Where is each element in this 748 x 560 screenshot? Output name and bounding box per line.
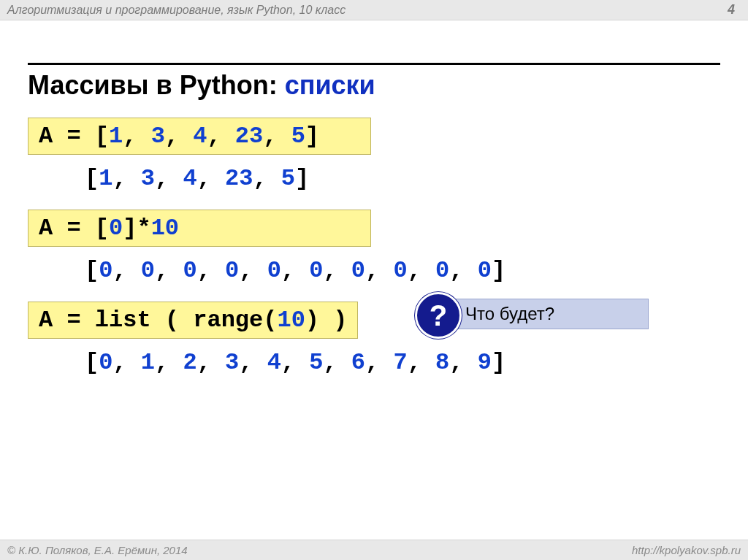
- code-num: 23: [235, 123, 263, 150]
- out-num: 0: [99, 349, 112, 376]
- header-bar: Алгоритмизация и программирование, язык …: [0, 0, 748, 20]
- out-text: ,: [408, 257, 435, 284]
- code-text: ,: [165, 123, 193, 150]
- code-block-2: A = [0]*10: [28, 210, 371, 247]
- code-block-1: A = [1, 3, 4, 23, 5]: [28, 118, 371, 155]
- code-num: 4: [193, 123, 207, 150]
- footer-bar: © К.Ю. Поляков, Е.А. Ерёмин, 2014 http:/…: [0, 540, 748, 560]
- question-icon: ?: [415, 292, 462, 339]
- out-text: ,: [323, 349, 351, 376]
- title-rule: [28, 63, 720, 65]
- content-area: A = [1, 3, 4, 23, 5] [1, 3, 4, 23, 5] A …: [28, 113, 720, 389]
- out-num: 9: [478, 349, 492, 376]
- code-text: A = list ( range(: [39, 307, 277, 334]
- out-text: ,: [197, 349, 225, 376]
- out-text: ,: [112, 257, 140, 284]
- output-3: [0, 1, 2, 3, 4, 5, 6, 7, 8, 9]: [85, 349, 720, 376]
- out-num: 8: [435, 349, 449, 376]
- code-text: ]: [305, 123, 319, 150]
- footer-copyright: © К.Ю. Поляков, Е.А. Ерёмин, 2014: [7, 544, 188, 556]
- out-text: ,: [408, 349, 435, 376]
- out-num: 0: [435, 257, 449, 284]
- out-text: ,: [197, 165, 225, 192]
- out-text: ,: [449, 257, 477, 284]
- out-text: ,: [155, 165, 183, 192]
- out-text: ,: [112, 349, 140, 376]
- out-num: 4: [267, 349, 281, 376]
- out-text: ,: [155, 349, 183, 376]
- code-text: ,: [207, 123, 234, 150]
- out-text: ]: [295, 165, 309, 192]
- out-text: ,: [323, 257, 351, 284]
- code-text: ]*: [123, 215, 150, 242]
- out-text: ,: [239, 257, 267, 284]
- out-text: ,: [253, 165, 280, 192]
- output-1: [1, 3, 4, 23, 5]: [85, 165, 720, 192]
- out-num: 0: [478, 257, 492, 284]
- footer-authors: К.Ю. Поляков, Е.А. Ерёмин, 2014: [18, 544, 187, 556]
- code-num: 1: [109, 123, 123, 150]
- callout-text: Что будет?: [465, 304, 554, 324]
- output-2: [0, 0, 0, 0, 0, 0, 0, 0, 0, 0]: [85, 257, 720, 284]
- out-num: 0: [351, 257, 365, 284]
- out-num: 5: [309, 349, 323, 376]
- out-num: 1: [99, 165, 112, 192]
- out-num: 0: [141, 257, 155, 284]
- out-num: 7: [393, 349, 407, 376]
- out-num: 5: [281, 165, 295, 192]
- out-num: 3: [225, 349, 239, 376]
- heading-accent: списки: [285, 70, 375, 100]
- header-title: Алгоритмизация и программирование, язык …: [7, 4, 346, 17]
- page-number: 4: [728, 2, 741, 18]
- code-text: ) ): [305, 307, 348, 334]
- out-text: ,: [112, 165, 140, 192]
- code-text: ,: [123, 123, 150, 150]
- out-num: 1: [141, 349, 155, 376]
- out-num: 4: [183, 165, 196, 192]
- question-mark: ?: [430, 301, 447, 330]
- code-num: 0: [109, 215, 123, 242]
- out-num: 0: [183, 257, 196, 284]
- footer-url: http://kpolyakov.spb.ru: [632, 544, 741, 556]
- out-text: ,: [281, 349, 309, 376]
- code-text: A = [: [39, 123, 109, 150]
- out-num: 23: [225, 165, 253, 192]
- out-text: ,: [239, 349, 267, 376]
- code-text: A = [: [39, 215, 109, 242]
- out-num: 6: [351, 349, 365, 376]
- code-num: 10: [277, 307, 305, 334]
- out-text: ,: [365, 257, 393, 284]
- out-text: ,: [365, 349, 393, 376]
- out-text: ,: [449, 349, 477, 376]
- out-num: 0: [393, 257, 407, 284]
- out-text: ]: [492, 349, 505, 376]
- out-num: 2: [183, 349, 196, 376]
- callout: Что будет? ?: [415, 296, 649, 330]
- heading-main: Массивы в Python:: [28, 70, 285, 100]
- out-text: ,: [155, 257, 183, 284]
- code-block-3: A = list ( range(10) ): [28, 302, 358, 339]
- callout-box: Что будет?: [432, 299, 649, 329]
- code-num: 5: [291, 123, 305, 150]
- out-text: [: [85, 165, 99, 192]
- out-text: ,: [197, 257, 225, 284]
- code-num: 3: [151, 123, 165, 150]
- code-num: 10: [151, 215, 179, 242]
- out-num: 0: [267, 257, 281, 284]
- out-num: 3: [141, 165, 155, 192]
- out-text: [: [85, 349, 99, 376]
- slide-heading: Массивы в Python: списки: [28, 70, 375, 101]
- out-text: ]: [492, 257, 505, 284]
- out-text: ,: [281, 257, 309, 284]
- slide: Алгоритмизация и программирование, язык …: [0, 0, 748, 560]
- code-text: ,: [263, 123, 291, 150]
- out-num: 0: [225, 257, 239, 284]
- out-num: 0: [99, 257, 112, 284]
- out-text: [: [85, 257, 99, 284]
- out-num: 0: [309, 257, 323, 284]
